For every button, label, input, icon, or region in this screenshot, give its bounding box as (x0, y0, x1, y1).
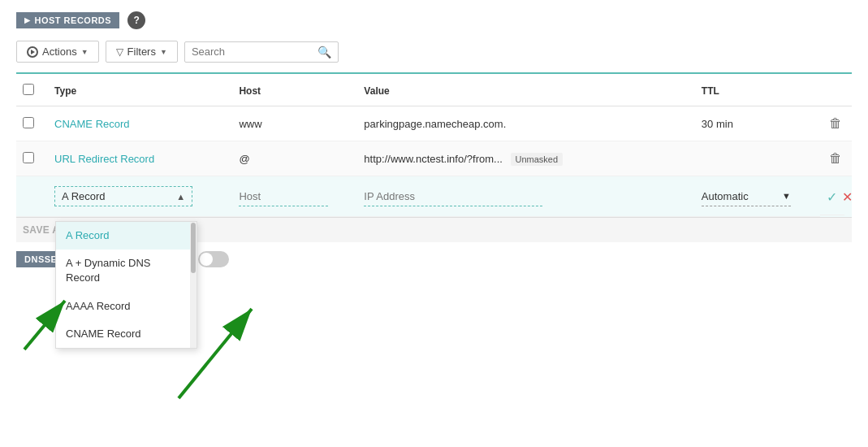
filters-label: Filters (127, 46, 156, 58)
value-input-wrapper (364, 187, 542, 206)
row2-checkbox[interactable] (23, 152, 34, 163)
confirm-icon[interactable]: ✓ (827, 189, 837, 205)
new-record-row: A Record ▲ A Record A + Dynamic DNSRecor… (16, 176, 852, 217)
filters-chevron-icon: ▼ (160, 48, 167, 56)
row1-ttl: 30 min (695, 106, 820, 141)
ttl-chevron-icon: ▼ (782, 191, 791, 201)
dropdown-scrollbar[interactable] (190, 222, 196, 348)
row1-delete-icon[interactable]: 🗑 (829, 116, 842, 130)
actions-chevron-icon: ▼ (81, 48, 89, 56)
col-type-header: Type (48, 74, 232, 106)
col-action-header (820, 74, 852, 106)
table-row: CNAME Record www parkingpage.namecheap.c… (16, 106, 852, 141)
search-icon: 🔍 (317, 46, 331, 59)
type-dropdown: A Record A + Dynamic DNSRecord AAAA Reco… (55, 221, 197, 349)
col-host-header: Host (232, 74, 357, 106)
type-select-wrapper[interactable]: A Record ▲ A Record A + Dynamic DNSRecor… (54, 186, 192, 206)
value-input[interactable] (364, 187, 542, 206)
select-all-checkbox[interactable] (23, 84, 34, 95)
col-ttl-header: TTL (695, 74, 820, 106)
row2-delete-icon[interactable]: 🗑 (829, 151, 842, 165)
actions-label: Actions (42, 46, 77, 58)
row1-type[interactable]: CNAME Record (54, 118, 129, 130)
records-table: Type Host Value TTL CNAME Record www (16, 74, 852, 217)
row2-ttl (695, 141, 820, 176)
dropdown-item-a-dynamic[interactable]: A + Dynamic DNSRecord (56, 250, 196, 292)
section-title: HOST RECORDS (16, 12, 119, 28)
help-icon[interactable]: ? (127, 11, 145, 29)
search-input[interactable] (192, 46, 313, 58)
row2-value: http://www.nctest.info/?from... Unmasked (357, 141, 695, 176)
row2-type[interactable]: URL Redirect Record (54, 153, 154, 165)
dropdown-item-cname-record[interactable]: CNAME Record (56, 320, 196, 348)
col-value-header: Value (357, 74, 695, 106)
actions-play-icon (27, 46, 38, 58)
dropdown-item-aaaa-record[interactable]: AAAA Record (56, 293, 196, 320)
table-row: URL Redirect Record @ http://www.nctest.… (16, 141, 852, 176)
type-select-text: A Record (62, 190, 173, 202)
row1-host: www (232, 106, 357, 141)
host-input-wrapper (239, 187, 328, 206)
dnssec-toggle[interactable] (198, 251, 229, 267)
cancel-icon[interactable]: ✕ (842, 189, 853, 205)
row2-host: @ (232, 141, 357, 176)
host-input[interactable] (239, 187, 328, 206)
search-box: 🔍 (184, 41, 339, 63)
ttl-select-text: Automatic (702, 190, 779, 202)
filters-button[interactable]: ▽ Filters ▼ (106, 41, 178, 63)
filter-icon: ▽ (116, 46, 123, 58)
type-select-arrow-icon: ▲ (176, 192, 185, 202)
actions-button[interactable]: Actions ▼ (16, 41, 99, 63)
row1-value: parkingpage.namecheap.com. (357, 106, 695, 141)
table-header-row: Type Host Value TTL (16, 74, 852, 106)
unmasked-badge: Unmasked (511, 153, 564, 166)
ttl-select-wrapper[interactable]: Automatic ▼ (702, 187, 791, 206)
dropdown-scrollbar-thumb (191, 223, 196, 273)
dropdown-item-a-record[interactable]: A Record (56, 222, 196, 250)
row1-checkbox[interactable] (23, 117, 34, 128)
